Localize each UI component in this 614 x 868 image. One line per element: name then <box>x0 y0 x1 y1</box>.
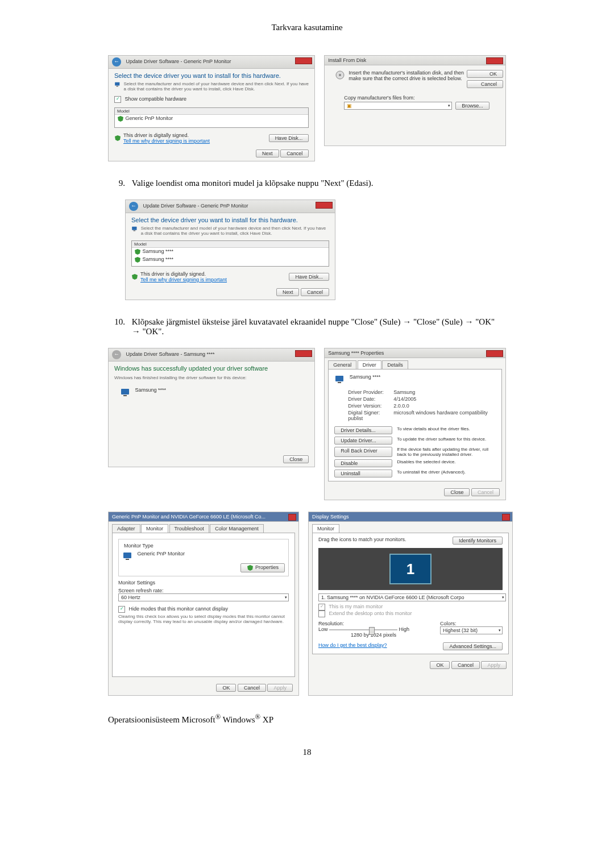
uninstall-button[interactable]: Uninstall <box>334 470 392 477</box>
device-icon <box>131 226 138 236</box>
monitor-dropdown[interactable]: 1. Samsung **** on NVIDIA GeForce 6600 L… <box>318 593 506 601</box>
shield-icon <box>134 256 141 263</box>
update-driver-button[interactable]: Update Driver... <box>334 437 392 445</box>
tab-row: Adapter Monitor Troubleshoot Color Manag… <box>109 522 298 533</box>
update-driver-dialog-1: ← Update Driver Software - Generic PnP M… <box>108 55 315 161</box>
resolution-slider[interactable] <box>329 628 397 632</box>
close-icon[interactable] <box>502 514 510 521</box>
signing-link[interactable]: Tell me why driver signing is important <box>123 138 210 144</box>
cancel-button[interactable]: Cancel <box>467 80 503 88</box>
model-item[interactable]: Generic PnP Monitor <box>115 115 308 123</box>
close-icon[interactable] <box>295 350 312 357</box>
provider-label: Driver Provider: <box>348 389 393 395</box>
chevron-down-icon: ▾ <box>502 595 504 600</box>
tab-monitor[interactable]: Monitor <box>312 524 339 533</box>
checkbox-icon[interactable]: ✓ <box>114 96 121 103</box>
group-title: Monitor Type <box>122 543 155 549</box>
svg-rect-8 <box>335 376 343 381</box>
device-name: Samsung **** <box>135 387 167 393</box>
version-value: 2.0.0.0 <box>393 403 409 409</box>
screenshot-row-1: ← Update Driver Software - Generic PnP M… <box>108 55 506 161</box>
device-icon <box>114 81 121 92</box>
back-icon[interactable]: ← <box>112 57 121 67</box>
cancel-button[interactable]: Cancel <box>301 288 329 296</box>
tab-monitor[interactable]: Monitor <box>141 524 168 533</box>
disable-button[interactable]: Disable <box>334 459 392 467</box>
step-10: 10. Klõpsake järgmistel üksteise järel k… <box>108 317 506 337</box>
tab-troubleshoot[interactable]: Troubleshoot <box>169 524 209 533</box>
model-item[interactable]: Samsung **** <box>132 256 329 264</box>
colors-dropdown[interactable]: Highest (32 bit) ▾ <box>440 626 503 634</box>
dialog-sub: Windows has finished installing the driv… <box>109 374 314 381</box>
device-icon <box>334 374 345 384</box>
cancel-button[interactable]: Cancel <box>451 661 480 669</box>
disk-icon <box>335 70 345 80</box>
compat-checkbox-row: ✓ Show compatible hardware <box>109 94 314 105</box>
dialog-heading: Windows has successfully updated your dr… <box>109 362 314 374</box>
step-text: Valige loendist oma monitori mudel ja kl… <box>132 178 374 188</box>
back-icon[interactable]: ← <box>129 202 138 211</box>
high-label: High <box>399 626 410 632</box>
model-item[interactable]: Samsung **** <box>132 248 329 256</box>
have-disk-button[interactable]: Have Disk... <box>289 273 329 281</box>
close-button[interactable]: Close <box>283 455 309 463</box>
tab-content: Monitor Type Generic PnP Monitor Propert… <box>112 533 295 677</box>
signing-link[interactable]: Tell me why driver signing is important <box>140 277 227 283</box>
close-icon[interactable] <box>288 514 296 521</box>
have-disk-button[interactable]: Have Disk... <box>269 134 309 142</box>
advanced-settings-button[interactable]: Advanced Settings... <box>443 642 503 650</box>
tab-general[interactable]: General <box>328 360 356 369</box>
tab-details[interactable]: Details <box>382 360 408 369</box>
ok-button[interactable]: OK <box>467 70 503 78</box>
browse-button[interactable]: Browse... <box>455 102 489 110</box>
colors-label: Colors: <box>440 621 503 626</box>
driver-details-button[interactable]: Driver Details... <box>334 426 392 434</box>
path-dropdown[interactable]: ▣ ▾ <box>344 102 452 110</box>
window-title: Install From Disk <box>328 57 366 63</box>
close-icon[interactable] <box>486 350 503 357</box>
step-9: 9. Valige loendist oma monitori mudel ja… <box>108 178 506 188</box>
shield-icon <box>131 273 138 280</box>
date-label: Driver Date: <box>348 396 393 402</box>
chevron-down-icon: ▾ <box>448 103 450 108</box>
hide-modes-desc: Clearing this check box allows you to se… <box>118 614 289 624</box>
update-driver-desc: To update the driver software for this d… <box>397 437 496 445</box>
model-listbox[interactable]: Model Samsung **** Samsung **** <box>131 240 329 267</box>
close-icon[interactable] <box>486 57 503 64</box>
copy-row: ▣ ▾ Browse... <box>325 102 505 114</box>
monitor-icon[interactable]: 1 <box>389 554 432 584</box>
checkbox-icon[interactable]: ✓ <box>118 606 125 613</box>
next-button[interactable]: Next <box>256 149 279 157</box>
identify-monitors-button[interactable]: Identify Monitors <box>453 537 503 545</box>
window-title: Generic PnP Monitor and NVIDIA GeForce 6… <box>112 514 265 520</box>
svg-rect-9 <box>338 382 341 383</box>
apply-button: Apply <box>267 684 293 692</box>
monitor-preview[interactable]: 1 <box>318 548 503 590</box>
help-link[interactable]: How do I get the best display? <box>318 642 443 650</box>
tab-adapter[interactable]: Adapter <box>112 524 140 533</box>
refresh-dropdown[interactable]: 60 Hertz ▾ <box>118 593 289 601</box>
monitor-name: Generic PnP Monitor <box>138 551 185 556</box>
document-page: Tarkvara kasutamine ← Update Driver Soft… <box>0 0 614 780</box>
roll-back-button[interactable]: Roll Back Driver <box>334 447 392 457</box>
svg-rect-1 <box>117 86 119 86</box>
close-button[interactable]: Close <box>444 488 470 496</box>
cancel-button[interactable]: Cancel <box>280 149 309 157</box>
cancel-button[interactable]: Cancel <box>238 684 266 692</box>
close-icon[interactable] <box>316 202 333 209</box>
next-button[interactable]: Next <box>276 288 300 296</box>
signed-label: This driver is digitally signed. <box>123 132 210 138</box>
tab-driver[interactable]: Driver <box>358 360 381 369</box>
properties-button[interactable]: Properties <box>240 563 285 572</box>
model-listbox[interactable]: Model Generic PnP Monitor <box>114 107 309 128</box>
device-name: Samsung **** <box>350 374 381 380</box>
step-text: Klõpsake järgmistel üksteise järel kuvat… <box>132 317 496 337</box>
svg-rect-6 <box>121 389 129 394</box>
tab-color-management[interactable]: Color Management <box>210 524 264 533</box>
footer-buttons: Next Cancel <box>109 146 314 161</box>
device-properties-dialog: Samsung **** Properties General Driver D… <box>324 348 506 500</box>
copy-label: Copy manufacturer's files from: <box>325 93 505 102</box>
close-icon[interactable] <box>295 57 312 64</box>
ok-button[interactable]: OK <box>216 684 236 692</box>
ok-button[interactable]: OK <box>430 661 450 669</box>
